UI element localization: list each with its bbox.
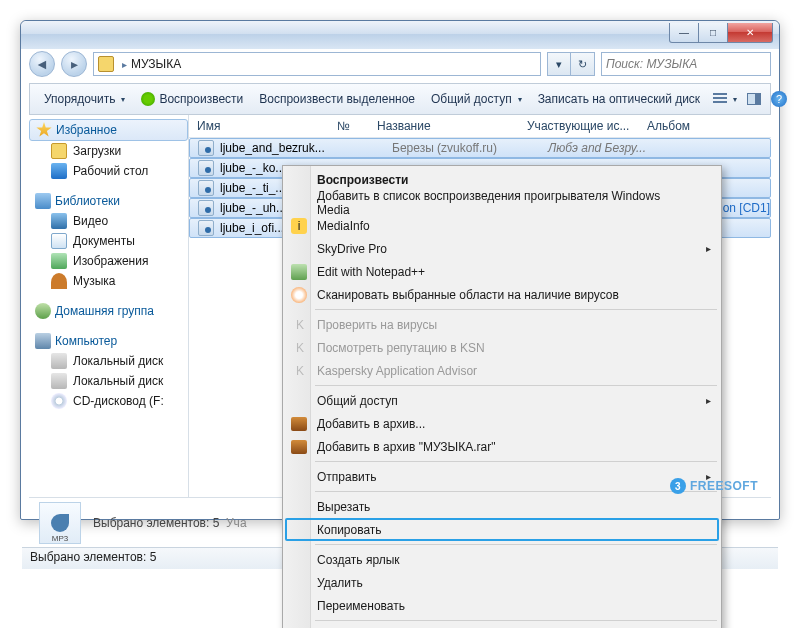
nav-downloads[interactable]: Загрузки: [29, 141, 188, 161]
nav-local-disk-2[interactable]: Локальный диск: [29, 371, 188, 391]
col-album[interactable]: Альбом: [647, 119, 727, 133]
minimize-button[interactable]: —: [669, 23, 699, 43]
hdd-icon: [51, 373, 67, 389]
chevron-right-icon: ▸: [706, 395, 711, 406]
chevron-down-icon: ▾: [518, 95, 522, 104]
forward-button[interactable]: ▸: [61, 51, 87, 77]
view-icon: [713, 93, 727, 105]
close-button[interactable]: ✕: [727, 23, 773, 43]
audio-icon: [198, 180, 214, 196]
winrar-icon: [291, 440, 307, 454]
titlebar: — □ ✕: [21, 21, 779, 49]
play-button[interactable]: Воспроизвести: [133, 87, 251, 111]
chevron-down-icon: ▾: [733, 95, 737, 104]
ctx-props[interactable]: Свойства: [285, 624, 719, 628]
nav-libraries[interactable]: Библиотеки: [29, 191, 188, 211]
audio-icon: [198, 160, 214, 176]
audio-icon: [198, 220, 214, 236]
ctx-send[interactable]: Отправить▸: [285, 465, 719, 488]
search-input[interactable]: Поиск: МУЗЫКА: [601, 52, 771, 76]
nav-cd-drive[interactable]: CD-дисковод (F:: [29, 391, 188, 411]
window-controls: — □ ✕: [670, 23, 773, 43]
nav-favorites[interactable]: Избранное: [29, 119, 188, 141]
breadcrumb-folder: МУЗЫКА: [131, 57, 181, 71]
help-icon: ?: [771, 91, 787, 107]
address-actions: ▾ ↻: [547, 52, 595, 76]
ctx-kaa: KKaspersky Application Advisor: [285, 359, 719, 382]
address-bar: ◄ ▸ ▸ МУЗЫКА ▾ ↻ Поиск: МУЗЫКА: [29, 49, 771, 79]
ctx-share[interactable]: Общий доступ▸: [285, 389, 719, 412]
preview-pane-button[interactable]: [742, 87, 766, 111]
music-icon: [51, 273, 67, 289]
ctx-archive[interactable]: Добавить в архив...: [285, 412, 719, 435]
ctx-rename[interactable]: Переименовать: [285, 594, 719, 617]
nav-desktop[interactable]: Рабочий стол: [29, 161, 188, 181]
folder-icon: [98, 56, 114, 72]
folder-icon: [51, 143, 67, 159]
computer-icon: [35, 333, 51, 349]
organize-button[interactable]: Упорядочить▾: [36, 87, 133, 111]
column-headers[interactable]: Имя № Название Участвующие ис... Альбом: [189, 115, 771, 138]
ctx-virus: KПроверить на вирусы: [285, 313, 719, 336]
toolbar: Упорядочить▾ Воспроизвести Воспроизвести…: [29, 83, 771, 115]
nav-documents[interactable]: Документы: [29, 231, 188, 251]
ctx-scan[interactable]: Сканировать выбранные области на наличие…: [285, 283, 719, 306]
avast-icon: [291, 287, 307, 303]
nav-pane: Избранное Загрузки Рабочий стол Библиоте…: [29, 115, 189, 497]
breadcrumb[interactable]: ▸ МУЗЫКА: [93, 52, 541, 76]
history-dropdown[interactable]: ▾: [547, 52, 571, 76]
ctx-shortcut[interactable]: Создать ярлык: [285, 548, 719, 571]
burn-button[interactable]: Записать на оптический диск: [530, 87, 709, 111]
ctx-ksn: KПосмотреть репутацию в KSN: [285, 336, 719, 359]
nav-homegroup[interactable]: Домашняя группа: [29, 301, 188, 321]
col-name[interactable]: Имя: [197, 119, 337, 133]
share-button[interactable]: Общий доступ▾: [423, 87, 530, 111]
desktop-icon: [51, 163, 67, 179]
kaspersky-icon: K: [291, 316, 309, 334]
play-selected-button[interactable]: Воспроизвести выделенное: [251, 87, 423, 111]
watermark: 3 FREESOFT: [670, 478, 758, 494]
ctx-mediainfo[interactable]: iMediaInfo: [285, 214, 719, 237]
ctx-archive-rar[interactable]: Добавить в архив "МУЗЫКА.rar": [285, 435, 719, 458]
nav-pictures[interactable]: Изображения: [29, 251, 188, 271]
ctx-copy[interactable]: Копировать: [285, 518, 719, 541]
help-button[interactable]: ?: [766, 87, 792, 111]
nav-music[interactable]: Музыка: [29, 271, 188, 291]
context-menu: Воспроизвести Добавить в список воспроиз…: [282, 165, 722, 628]
details-text: Выбрано элементов: 5 Уча: [93, 516, 247, 530]
nav-local-disk-1[interactable]: Локальный диск: [29, 351, 188, 371]
ctx-cut[interactable]: Вырезать: [285, 495, 719, 518]
back-button[interactable]: ◄: [29, 51, 55, 77]
kaspersky-icon: K: [291, 339, 309, 357]
kaspersky-icon: K: [291, 362, 309, 380]
homegroup-icon: [35, 303, 51, 319]
ctx-notepad[interactable]: Edit with Notepad++: [285, 260, 719, 283]
play-icon: [141, 92, 155, 106]
chevron-right-icon: ▸: [706, 243, 711, 254]
ctx-add-wmp[interactable]: Добавить в список воспроизведения проигр…: [285, 191, 719, 214]
notepad-icon: [291, 264, 307, 280]
audio-icon: [198, 200, 214, 216]
image-icon: [51, 253, 67, 269]
video-icon: [51, 213, 67, 229]
col-artist[interactable]: Участвующие ис...: [527, 119, 647, 133]
nav-computer[interactable]: Компьютер: [29, 331, 188, 351]
maximize-button[interactable]: □: [698, 23, 728, 43]
document-icon: [51, 233, 67, 249]
chevron-down-icon: ▾: [121, 95, 125, 104]
mp3-thumbnail: MP3: [39, 502, 81, 544]
hdd-icon: [51, 353, 67, 369]
view-options-button[interactable]: ▾: [708, 87, 742, 111]
winrar-icon: [291, 417, 307, 431]
col-title[interactable]: Название: [377, 119, 527, 133]
nav-videos[interactable]: Видео: [29, 211, 188, 231]
col-no[interactable]: №: [337, 119, 377, 133]
chevron-right-icon: ▸: [122, 59, 127, 70]
refresh-button[interactable]: ↻: [571, 52, 595, 76]
cd-icon: [51, 393, 67, 409]
pane-icon: [747, 93, 761, 105]
ctx-delete[interactable]: Удалить: [285, 571, 719, 594]
file-row[interactable]: ljube_and_bezruk...Березы (zvukoff.ru)Лю…: [189, 138, 771, 158]
ctx-skydrive[interactable]: SkyDrive Pro▸: [285, 237, 719, 260]
audio-icon: [198, 140, 214, 156]
